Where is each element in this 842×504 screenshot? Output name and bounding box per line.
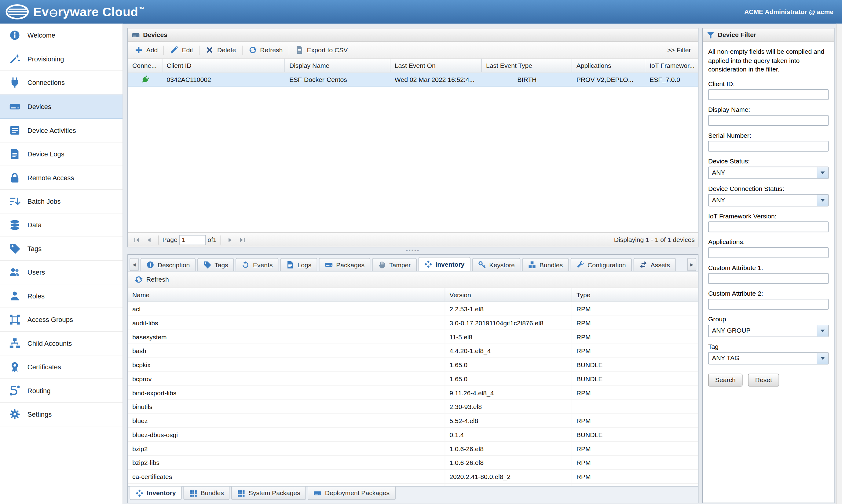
- sidebar-item-provisioning[interactable]: Provisioning: [0, 47, 123, 71]
- column-header-name[interactable]: Name: [128, 288, 445, 302]
- log-file-icon: [286, 261, 294, 269]
- export-to-csv-button[interactable]: Export to CSV: [291, 44, 352, 56]
- group-select[interactable]: ANY GROUP: [708, 324, 828, 337]
- sidebar-item-label: Child Accounts: [28, 339, 72, 347]
- sidebar-item-label: Settings: [28, 411, 52, 418]
- table-row[interactable]: bluez-dbus-osgi0.1.4BUNDLE: [128, 428, 698, 442]
- tab-packages[interactable]: Packages: [319, 258, 370, 271]
- sidebar-item-access-groups[interactable]: Access Groups: [0, 308, 123, 331]
- chevron-down-icon: [817, 194, 828, 205]
- next-page-button[interactable]: [225, 234, 235, 245]
- page-number-input[interactable]: [179, 235, 206, 245]
- logged-in-user-label: ACME Administrator @ acme: [744, 8, 834, 16]
- table-row[interactable]: audit-libs3.0-0.17.20191104git1c2f876.el…: [128, 316, 698, 330]
- table-row[interactable]: bash4.4.20-1.el8_4RPM: [128, 344, 698, 358]
- custom-attribute-1-input[interactable]: [708, 273, 828, 284]
- table-row[interactable]: basesystem11-5.el8RPM: [128, 330, 698, 344]
- tab-scroll-left-button[interactable]: ◀: [129, 258, 139, 271]
- history-icon: [241, 261, 250, 269]
- tab-configuration[interactable]: Configuration: [570, 258, 632, 271]
- filter-description: All non-empty fields will be compiled an…: [708, 47, 828, 74]
- sidebar-item-routing[interactable]: Routing: [0, 379, 123, 402]
- table-row[interactable]: acl2.2.53-1.el8RPM: [128, 302, 698, 316]
- sidebar-item-connections[interactable]: Connections: [0, 71, 123, 94]
- refresh-devices-button[interactable]: Refresh: [245, 44, 286, 56]
- tab-tamper[interactable]: Tamper: [372, 258, 417, 271]
- tab-scroll-right-button[interactable]: ▶: [687, 258, 696, 271]
- applications-input[interactable]: [708, 247, 828, 258]
- column-header-client-id[interactable]: Client ID: [163, 59, 285, 72]
- column-header-applications[interactable]: Applications: [572, 59, 645, 72]
- bottom-tab-system-packages[interactable]: System Packages: [231, 487, 306, 500]
- sidebar-item-device-activities[interactable]: Device Activities: [0, 119, 123, 142]
- tab-logs[interactable]: Logs: [280, 258, 317, 271]
- table-row[interactable]: bind-export-libs9.11.26-4.el8_4RPM: [128, 386, 698, 400]
- table-row[interactable]: bcpkix1.65.0BUNDLE: [128, 358, 698, 372]
- tab-tags[interactable]: Tags: [197, 258, 234, 271]
- tab-description[interactable]: Description: [140, 258, 196, 271]
- column-header-display-name[interactable]: Display Name: [285, 59, 391, 72]
- sidebar-item-remote-access[interactable]: Remote Access: [0, 166, 123, 190]
- serial-number-input[interactable]: [708, 141, 828, 151]
- last-page-button[interactable]: [237, 234, 248, 245]
- delete-device-button[interactable]: Delete: [202, 44, 239, 56]
- add-device-button[interactable]: Add: [131, 44, 162, 56]
- search-button[interactable]: Search: [708, 374, 743, 386]
- sidebar-item-welcome[interactable]: Welcome: [0, 23, 123, 47]
- top-header: Ev ryware Cloud ™ ACME Administrator @ a…: [0, 0, 842, 23]
- bottom-tab-bundles[interactable]: Bundles: [183, 487, 230, 500]
- filter-toggle-link[interactable]: >> Filter: [667, 46, 695, 54]
- prev-page-button[interactable]: [144, 234, 154, 245]
- column-header-connection[interactable]: Conne...: [128, 59, 163, 72]
- column-header-last-event-type[interactable]: Last Event Type: [482, 59, 572, 72]
- bottom-tab-deployment-packages[interactable]: Deployment Packages: [308, 487, 395, 500]
- sidebar-item-device-logs[interactable]: Device Logs: [0, 142, 123, 166]
- reset-button[interactable]: Reset: [748, 374, 779, 386]
- sidebar-item-batch-jobs[interactable]: Batch Jobs: [0, 190, 123, 213]
- tab-inventory[interactable]: Inventory: [418, 257, 470, 271]
- bottom-tab-inventory[interactable]: Inventory: [129, 487, 182, 500]
- column-header-version[interactable]: Version: [445, 288, 572, 302]
- vertical-scrollbar[interactable]: [836, 23, 842, 504]
- refresh-inventory-button[interactable]: Refresh: [131, 273, 173, 286]
- first-page-button[interactable]: [131, 234, 142, 245]
- tab-events[interactable]: Events: [236, 258, 279, 271]
- table-row[interactable]: bluez5.52-4.el8RPM: [128, 414, 698, 428]
- tab-assets[interactable]: Assets: [633, 258, 676, 271]
- sidebar-item-roles[interactable]: Roles: [0, 284, 123, 308]
- sidebar-item-data[interactable]: Data: [0, 214, 123, 237]
- edit-device-button[interactable]: Edit: [166, 44, 197, 56]
- tab-bundles[interactable]: Bundles: [522, 258, 569, 271]
- display-name-input[interactable]: [708, 115, 828, 126]
- devices-grid-header: Conne... Client ID Display Name Last Eve…: [128, 59, 698, 73]
- table-row[interactable]: ca-certificates2020.2.41-80.0.el8_2RPM: [128, 470, 698, 484]
- column-header-type[interactable]: Type: [572, 288, 698, 302]
- custom-attribute-2-input[interactable]: [708, 299, 828, 309]
- table-row[interactable]: bzip21.0.6-26.el8RPM: [128, 442, 698, 456]
- client-id-input[interactable]: [708, 89, 828, 100]
- sidebar-item-tags[interactable]: Tags: [0, 237, 123, 260]
- sidebar-item-devices[interactable]: Devices: [0, 95, 123, 119]
- table-row[interactable]: centos-gpg-keys8-2.el8RPM: [128, 484, 698, 486]
- tag-select[interactable]: ANY TAG: [708, 352, 828, 364]
- devices-toolbar: Add Edit Delete Refresh Export to CSV >>…: [128, 42, 698, 59]
- group-label: Group: [708, 315, 828, 323]
- iot-framework-version-input[interactable]: [708, 221, 828, 232]
- sidebar-item-settings[interactable]: Settings: [0, 402, 123, 426]
- sidebar-item-certificates[interactable]: Certificates: [0, 355, 123, 379]
- tab-keystore[interactable]: Keystore: [472, 258, 521, 271]
- sidebar-item-users[interactable]: Users: [0, 261, 123, 284]
- table-row[interactable]: bcprov1.65.0BUNDLE: [128, 372, 698, 386]
- device-row[interactable]: 0342AC110002 ESF-Docker-Centos Wed 02 Ma…: [128, 73, 698, 87]
- table-row[interactable]: bzip2-libs1.0.6-26.el8RPM: [128, 456, 698, 470]
- column-header-iot-framework[interactable]: IoT Framewor...: [645, 59, 698, 72]
- sidebar-item-child-accounts[interactable]: Child Accounts: [0, 332, 123, 355]
- panel-splitter[interactable]: •••••: [127, 248, 698, 254]
- device-status-select[interactable]: ANY: [708, 166, 828, 179]
- device-connection-status-select[interactable]: ANY: [708, 194, 828, 206]
- certificate-icon: [9, 361, 20, 373]
- tag-icon: [9, 243, 20, 254]
- first-page-icon: [133, 236, 140, 244]
- column-header-last-event-on[interactable]: Last Event On: [391, 59, 482, 72]
- table-row[interactable]: binutils2.30-93.el8: [128, 400, 698, 414]
